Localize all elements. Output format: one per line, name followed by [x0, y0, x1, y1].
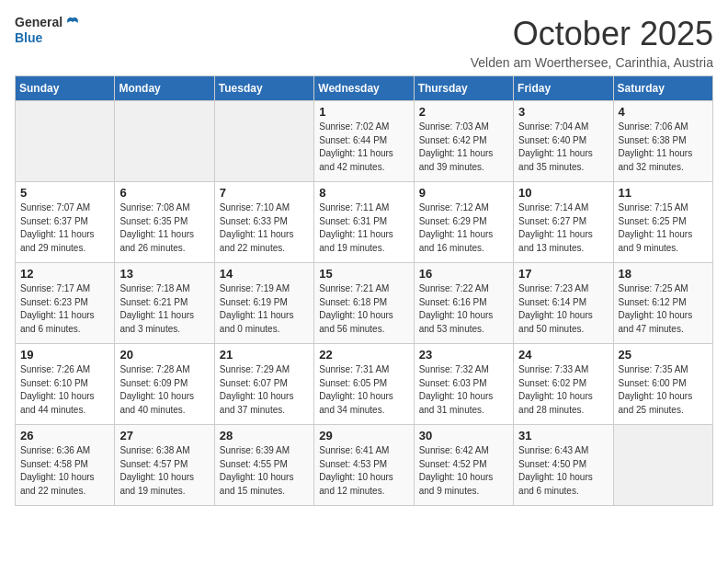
cell-week2-day2: 6Sunrise: 7:08 AM Sunset: 6:35 PM Daylig…	[115, 182, 214, 263]
cell-week3-day2: 13Sunrise: 7:18 AM Sunset: 6:21 PM Dayli…	[115, 263, 214, 344]
day-info: Sunrise: 7:25 AM Sunset: 6:12 PM Dayligh…	[619, 282, 708, 336]
day-number: 17	[518, 267, 608, 281]
cell-week5-day4: 29Sunrise: 6:41 AM Sunset: 4:53 PM Dayli…	[314, 425, 414, 506]
cell-week4-day5: 23Sunrise: 7:32 AM Sunset: 6:03 PM Dayli…	[414, 344, 513, 425]
day-info: Sunrise: 7:15 AM Sunset: 6:25 PM Dayligh…	[619, 201, 708, 255]
header-tuesday: Tuesday	[214, 76, 313, 101]
cell-week1-day5: 2Sunrise: 7:03 AM Sunset: 6:42 PM Daylig…	[414, 101, 513, 182]
day-info: Sunrise: 7:29 AM Sunset: 6:07 PM Dayligh…	[220, 363, 309, 417]
day-number: 22	[319, 348, 408, 362]
cell-week1-day1	[16, 101, 115, 182]
day-number: 20	[119, 348, 209, 362]
day-info: Sunrise: 7:21 AM Sunset: 6:18 PM Dayligh…	[319, 282, 408, 336]
cell-week5-day1: 26Sunrise: 6:36 AM Sunset: 4:58 PM Dayli…	[16, 425, 115, 506]
day-info: Sunrise: 7:35 AM Sunset: 6:00 PM Dayligh…	[619, 363, 708, 417]
cell-week5-day7	[613, 425, 712, 506]
day-info: Sunrise: 7:32 AM Sunset: 6:03 PM Dayligh…	[419, 363, 508, 417]
cell-week4-day3: 21Sunrise: 7:29 AM Sunset: 6:07 PM Dayli…	[214, 344, 313, 425]
day-info: Sunrise: 7:26 AM Sunset: 6:10 PM Dayligh…	[20, 363, 109, 417]
day-number: 31	[518, 429, 608, 442]
day-info: Sunrise: 7:31 AM Sunset: 6:05 PM Dayligh…	[319, 363, 408, 417]
day-number: 12	[20, 267, 109, 281]
logo-bird-icon	[64, 15, 81, 31]
header-friday: Friday	[514, 76, 613, 101]
cell-week1-day4: 1Sunrise: 7:02 AM Sunset: 6:44 PM Daylig…	[314, 101, 414, 182]
cell-week1-day2	[115, 101, 214, 182]
day-number: 30	[419, 429, 508, 442]
cell-week4-day6: 24Sunrise: 7:33 AM Sunset: 6:02 PM Dayli…	[514, 344, 613, 425]
cell-week5-day6: 31Sunrise: 6:43 AM Sunset: 4:50 PM Dayli…	[514, 425, 613, 506]
day-number: 27	[119, 429, 209, 442]
cell-week2-day7: 11Sunrise: 7:15 AM Sunset: 6:25 PM Dayli…	[613, 182, 712, 263]
header-saturday: Saturday	[613, 76, 712, 101]
day-info: Sunrise: 7:33 AM Sunset: 6:02 PM Dayligh…	[518, 363, 608, 417]
month-title: October 2025	[471, 15, 713, 53]
day-number: 2	[419, 105, 508, 119]
day-info: Sunrise: 7:03 AM Sunset: 6:42 PM Dayligh…	[419, 121, 508, 174]
day-number: 4	[619, 105, 708, 119]
day-number: 18	[619, 267, 708, 281]
day-number: 25	[619, 348, 708, 362]
day-number: 9	[419, 186, 508, 200]
day-number: 19	[20, 348, 109, 362]
day-info: Sunrise: 6:42 AM Sunset: 4:52 PM Dayligh…	[419, 444, 508, 498]
day-info: Sunrise: 7:10 AM Sunset: 6:33 PM Dayligh…	[220, 201, 309, 255]
cell-week3-day6: 17Sunrise: 7:23 AM Sunset: 6:14 PM Dayli…	[514, 263, 613, 344]
week-row-5: 26Sunrise: 6:36 AM Sunset: 4:58 PM Dayli…	[16, 425, 713, 506]
cell-week3-day4: 15Sunrise: 7:21 AM Sunset: 6:18 PM Dayli…	[314, 263, 414, 344]
cell-week4-day1: 19Sunrise: 7:26 AM Sunset: 6:10 PM Dayli…	[16, 344, 115, 425]
cell-week5-day3: 28Sunrise: 6:39 AM Sunset: 4:55 PM Dayli…	[214, 425, 313, 506]
day-number: 15	[319, 267, 408, 281]
day-info: Sunrise: 7:12 AM Sunset: 6:29 PM Dayligh…	[419, 201, 508, 255]
day-number: 10	[518, 186, 608, 200]
day-info: Sunrise: 7:18 AM Sunset: 6:21 PM Dayligh…	[119, 282, 209, 336]
logo: General Blue	[15, 15, 81, 45]
cell-week3-day3: 14Sunrise: 7:19 AM Sunset: 6:19 PM Dayli…	[214, 263, 313, 344]
day-info: Sunrise: 7:17 AM Sunset: 6:23 PM Dayligh…	[20, 282, 109, 336]
day-info: Sunrise: 7:28 AM Sunset: 6:09 PM Dayligh…	[119, 363, 209, 417]
week-row-3: 12Sunrise: 7:17 AM Sunset: 6:23 PM Dayli…	[16, 263, 713, 344]
day-info: Sunrise: 7:19 AM Sunset: 6:19 PM Dayligh…	[220, 282, 309, 336]
day-number: 7	[220, 186, 309, 200]
week-row-4: 19Sunrise: 7:26 AM Sunset: 6:10 PM Dayli…	[16, 344, 713, 425]
cell-week1-day7: 4Sunrise: 7:06 AM Sunset: 6:38 PM Daylig…	[613, 101, 712, 182]
cell-week5-day2: 27Sunrise: 6:38 AM Sunset: 4:57 PM Dayli…	[115, 425, 214, 506]
header-thursday: Thursday	[414, 76, 513, 101]
cell-week4-day7: 25Sunrise: 7:35 AM Sunset: 6:00 PM Dayli…	[613, 344, 712, 425]
page-header: General Blue October 2025 Velden am Woer…	[15, 15, 713, 70]
cell-week2-day3: 7Sunrise: 7:10 AM Sunset: 6:33 PM Daylig…	[214, 182, 313, 263]
cell-week1-day3	[214, 101, 313, 182]
week-row-1: 1Sunrise: 7:02 AM Sunset: 6:44 PM Daylig…	[16, 101, 713, 182]
day-info: Sunrise: 6:41 AM Sunset: 4:53 PM Dayligh…	[319, 444, 408, 498]
day-info: Sunrise: 7:02 AM Sunset: 6:44 PM Dayligh…	[319, 121, 408, 174]
day-number: 24	[518, 348, 608, 362]
title-block: October 2025 Velden am Woerthersee, Cari…	[471, 15, 713, 70]
cell-week1-day6: 3Sunrise: 7:04 AM Sunset: 6:40 PM Daylig…	[514, 101, 613, 182]
logo-general: General	[15, 16, 63, 29]
day-number: 1	[319, 105, 408, 119]
day-number: 16	[419, 267, 508, 281]
cell-week2-day5: 9Sunrise: 7:12 AM Sunset: 6:29 PM Daylig…	[414, 182, 513, 263]
cell-week2-day4: 8Sunrise: 7:11 AM Sunset: 6:31 PM Daylig…	[314, 182, 414, 263]
day-number: 21	[220, 348, 309, 362]
week-row-2: 5Sunrise: 7:07 AM Sunset: 6:37 PM Daylig…	[16, 182, 713, 263]
day-number: 14	[220, 267, 309, 281]
header-sunday: Sunday	[16, 76, 115, 101]
day-info: Sunrise: 7:07 AM Sunset: 6:37 PM Dayligh…	[20, 201, 109, 255]
day-number: 13	[119, 267, 209, 281]
day-number: 28	[220, 429, 309, 442]
day-info: Sunrise: 6:38 AM Sunset: 4:57 PM Dayligh…	[119, 444, 209, 498]
day-number: 11	[619, 186, 708, 200]
cell-week5-day5: 30Sunrise: 6:42 AM Sunset: 4:52 PM Dayli…	[414, 425, 513, 506]
day-info: Sunrise: 7:14 AM Sunset: 6:27 PM Dayligh…	[518, 201, 608, 255]
location-subtitle: Velden am Woerthersee, Carinthia, Austri…	[471, 55, 713, 70]
day-info: Sunrise: 7:08 AM Sunset: 6:35 PM Dayligh…	[119, 201, 209, 255]
cell-week4-day2: 20Sunrise: 7:28 AM Sunset: 6:09 PM Dayli…	[115, 344, 214, 425]
cell-week3-day5: 16Sunrise: 7:22 AM Sunset: 6:16 PM Dayli…	[414, 263, 513, 344]
day-number: 5	[20, 186, 109, 200]
day-info: Sunrise: 6:36 AM Sunset: 4:58 PM Dayligh…	[20, 444, 109, 498]
day-info: Sunrise: 7:23 AM Sunset: 6:14 PM Dayligh…	[518, 282, 608, 336]
day-number: 3	[518, 105, 608, 119]
cell-week2-day6: 10Sunrise: 7:14 AM Sunset: 6:27 PM Dayli…	[514, 182, 613, 263]
day-number: 29	[319, 429, 408, 442]
